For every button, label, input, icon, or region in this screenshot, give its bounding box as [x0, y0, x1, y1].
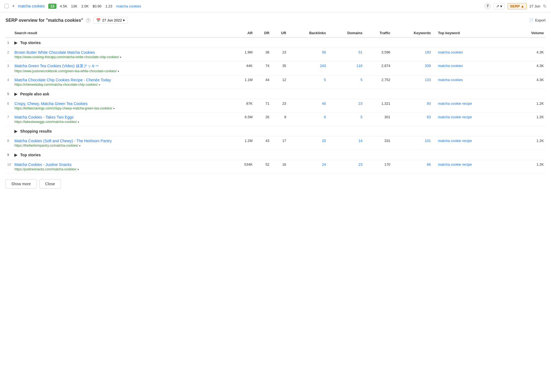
table-row: 7 Matcha Cookies - Takes Two Eggs https:…: [6, 113, 545, 126]
top-keyword-value: matcha cookie recipe: [432, 136, 514, 150]
row-number: 2: [6, 48, 13, 61]
stat-keyword-link[interactable]: matcha cookies: [116, 4, 141, 8]
trend-button[interactable]: ↗ ▾: [494, 3, 505, 9]
col-domains[interactable]: Domains: [327, 29, 364, 37]
traffic-value: 3,596: [364, 48, 392, 61]
col-keywords[interactable]: Keywords: [392, 29, 432, 37]
volume-value: 4.3K: [514, 61, 545, 76]
col-ar[interactable]: AR: [231, 29, 254, 37]
serp-button[interactable]: SERP ▲: [507, 3, 527, 9]
traffic-value: 301: [364, 113, 392, 126]
backlinks-value: 5: [288, 76, 327, 89]
calendar-icon: 📅: [96, 18, 101, 22]
stat-impressions: 2.0K: [81, 4, 89, 8]
show-more-button[interactable]: Show more: [6, 179, 37, 189]
expand-arrow[interactable]: ▶: [14, 153, 17, 157]
col-ur[interactable]: UR: [271, 29, 288, 37]
table-row: 1 ▶ Top stories: [6, 37, 545, 48]
url-dropdown-icon[interactable]: ▾: [99, 83, 100, 86]
special-row-label: ▶ Shopping results: [13, 126, 545, 136]
result-title-link[interactable]: Matcha Green Tea Cookies (Video) 抹茶クッキー: [14, 64, 99, 68]
result-title-link[interactable]: Matcha Cookies (Soft and Chewy) - The He…: [14, 139, 112, 143]
col-top-keyword[interactable]: Top keyword: [432, 29, 514, 37]
result-title-link[interactable]: Matcha Chocolate Chip Cookies Recipe - C…: [14, 78, 111, 82]
help-icon[interactable]: ?: [86, 18, 90, 23]
ar-value: 534K: [231, 160, 254, 174]
expand-arrow[interactable]: ▶: [14, 41, 17, 45]
ar-value: 6.5M: [231, 113, 254, 126]
volume-value: 1.2K: [514, 160, 545, 174]
add-icon[interactable]: +: [12, 4, 15, 9]
col-volume[interactable]: Volume: [514, 29, 545, 37]
expand-arrow[interactable]: ▶: [14, 129, 17, 133]
top-keyword-link[interactable]: matcha cookies: [438, 78, 463, 82]
domains-value: 14: [327, 136, 364, 150]
row-checkbox[interactable]: [4, 4, 9, 8]
url-dropdown-icon[interactable]: ▾: [79, 144, 80, 147]
url-dropdown-icon[interactable]: ▾: [77, 168, 79, 171]
top-keyword-link[interactable]: matcha cookie recipe: [438, 162, 472, 167]
domains-value: 116: [327, 61, 364, 76]
search-result-cell: Brown Butter White Chocolate Matcha Cook…: [13, 48, 231, 61]
url-dropdown-icon[interactable]: ▾: [78, 120, 79, 123]
stat-cps: 1.23: [105, 4, 112, 8]
volume-value: 4.3K: [514, 76, 545, 89]
url-dropdown-icon[interactable]: ▾: [118, 70, 119, 73]
backlinks-value: 20: [288, 136, 327, 150]
result-title-link[interactable]: Matcha Cookies - Takes Two Eggs: [14, 115, 73, 119]
trend-icon: ↗: [496, 4, 499, 8]
search-result-cell: Matcha Cookies (Soft and Chewy) - The He…: [13, 136, 231, 150]
serp-title-group: SERP overview for "matcha cookies" ? 📅 2…: [6, 17, 128, 24]
top-date: 27 Jun: [530, 4, 540, 8]
result-title-link[interactable]: Crispy, Chewy, Matcha Green Tea Cookies: [14, 101, 87, 106]
top-keyword-value: matcha cookies: [432, 48, 514, 61]
top-keyword-link[interactable]: matcha cookie recipe: [438, 115, 472, 119]
result-url: https://kirbiecravings.com/crispy-chewy-…: [14, 106, 229, 110]
table-row: 10 Matcha Cookies - Justine Snacks https…: [6, 160, 545, 174]
url-dropdown-icon[interactable]: ▾: [113, 107, 115, 110]
export-button[interactable]: 📄 Export: [529, 18, 545, 22]
top-keyword-link[interactable]: matcha cookie recipe: [438, 139, 472, 143]
top-bar-stats: 4.5K 13K 2.0K $0.90 1.23 matcha cookies: [60, 4, 141, 8]
close-button[interactable]: Close: [39, 179, 61, 189]
traffic-value: 2,752: [364, 76, 392, 89]
date-filter-button[interactable]: 📅 27 Jun 2022 ▾: [93, 17, 128, 24]
col-search-result: Search result: [13, 29, 231, 37]
row-number: [6, 126, 13, 136]
table-row: 9 ▶ Top stories: [6, 150, 545, 160]
serp-title-text: SERP overview for "matcha cookies": [6, 18, 83, 23]
result-title-link[interactable]: Matcha Cookies - Justine Snacks: [14, 162, 71, 167]
backlinks-value: 40: [288, 99, 327, 113]
expand-arrow[interactable]: ▶: [14, 92, 17, 96]
col-traffic[interactable]: Traffic: [364, 29, 392, 37]
top-keyword-link[interactable]: matcha cookies: [438, 64, 463, 68]
volume-value: 4.3K: [514, 48, 545, 61]
col-num: [6, 29, 13, 37]
top-keyword-link[interactable]: matcha cookies: [438, 50, 463, 54]
dr-value: 38: [254, 48, 271, 61]
result-url: https://www.cooking-therapy.com/matcha-w…: [14, 55, 229, 59]
search-result-cell: Crispy, Chewy, Matcha Green Tea Cookies …: [13, 99, 231, 113]
ar-value: 1.1M: [231, 76, 254, 89]
col-backlinks[interactable]: Backlinks: [288, 29, 327, 37]
ur-value: 12: [271, 76, 288, 89]
table-row: 8 Matcha Cookies (Soft and Chewy) - The …: [6, 136, 545, 150]
main-content: SERP overview for "matcha cookies" ? 📅 2…: [0, 12, 551, 193]
dr-value: 43: [254, 136, 271, 150]
result-title-link[interactable]: Brown Butter White Chocolate Matcha Cook…: [14, 50, 95, 55]
refresh-icon[interactable]: ↻: [543, 4, 547, 9]
top-keyword-link[interactable]: matcha cookie recipe: [438, 101, 472, 106]
ur-value: 23: [271, 99, 288, 113]
backlinks-value: 24: [288, 160, 327, 174]
special-row-label: ▶ Top stories: [13, 37, 545, 48]
dr-value: 26: [254, 113, 271, 126]
serp-header: SERP overview for "matcha cookies" ? 📅 2…: [6, 17, 545, 24]
col-dr[interactable]: DR: [254, 29, 271, 37]
url-dropdown-icon[interactable]: ▾: [120, 56, 121, 59]
volume-value: 1.2K: [514, 113, 545, 126]
domains-value: 51: [327, 48, 364, 61]
top-keyword-value: matcha cookie recipe: [432, 160, 514, 174]
search-result-cell: Matcha Green Tea Cookies (Video) 抹茶クッキー …: [13, 61, 231, 76]
row-number: 4: [6, 76, 13, 89]
traffic-value: 1,321: [364, 99, 392, 113]
